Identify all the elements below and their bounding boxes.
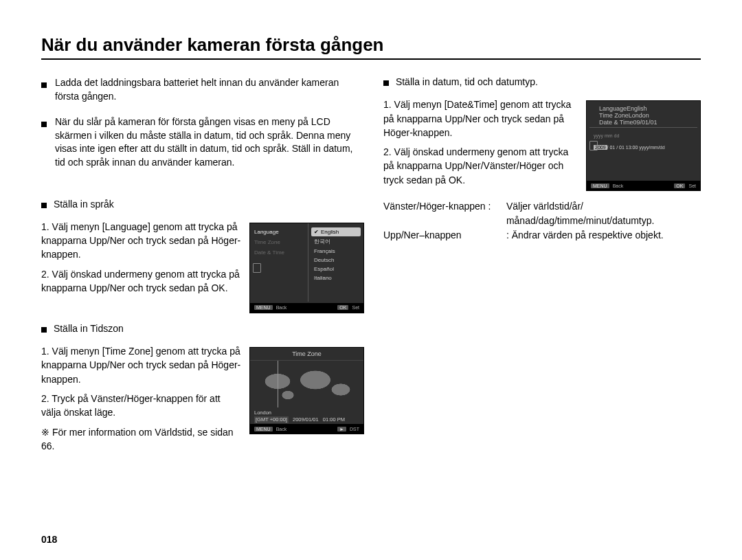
battery-icon — [253, 263, 260, 273]
bar-label: Back — [276, 427, 287, 432]
lcd-option: Deutsch — [311, 256, 361, 265]
manual-page: När du använder kameran första gången La… — [0, 0, 742, 560]
lcd-option: Italiano — [311, 273, 361, 282]
title-underline — [41, 58, 701, 60]
lcd-menu-item: Date & Time — [599, 119, 633, 126]
lcd-menu-item: Time Zone — [254, 239, 304, 245]
lcd-option: Español — [311, 265, 361, 273]
lcd-menu-value: 09/01/01 — [633, 119, 657, 126]
section-heading-language: Ställa in språk — [41, 199, 364, 210]
step-text: 1. Välj menyn [Date&Time] genom att tryc… — [383, 98, 579, 139]
key-value-block: Vänster/Höger-knappen : Väljer världstid… — [383, 199, 701, 243]
lcd-gmt: [GMT +00:00] — [254, 416, 289, 423]
lcd-rest: / 01 / 01 13:00 yyyy/mm/dd — [607, 145, 665, 150]
lcd-bottom-bar: MENUBack OKSet — [587, 181, 700, 190]
timezone-steps: 1. Välj menyn [Time Zone] genom att tryc… — [41, 344, 243, 458]
intro-text: När du slår på kameran för första gången… — [55, 115, 364, 169]
lcd-time: 01:00 PM — [323, 416, 345, 423]
lcd-option-selected: English — [311, 227, 361, 236]
world-map-icon — [250, 361, 363, 407]
bar-label: Set — [352, 305, 359, 310]
section-title: Ställa in språk — [54, 199, 114, 210]
ok-button-icon: OK — [674, 183, 685, 188]
bar-label: Back — [276, 305, 287, 310]
lcd-tz-info: London [GMT +00:00] 2009/01/01 01:00 PM — [250, 407, 363, 425]
note-text: ※ För mer information om Världstid, se s… — [41, 425, 243, 453]
language-row: 1. Välj menyn [Language] genom att tryck… — [41, 220, 364, 313]
lcd-bottom-bar: MENUBack OKSet — [250, 303, 363, 313]
lcd-menu-item: Date & Time — [254, 249, 304, 256]
menu-button-icon: MENU — [254, 305, 273, 310]
lcd-timezone-screenshot: Time Zone London [GMT +00:00] 2009/01/01… — [249, 347, 364, 434]
left-column: Ladda det laddningsbara batteriet helt i… — [41, 76, 364, 458]
lcd-option: 한국어 — [311, 236, 361, 247]
step-text: 1. Välj menyn [Time Zone] genom att tryc… — [41, 344, 243, 386]
section-heading-timezone: Ställa in Tidszon — [41, 323, 364, 335]
lcd-datetime-screenshot: LanguageEnglish Time ZoneLondon Date & T… — [586, 100, 701, 191]
section-title: Ställa in Tidszon — [54, 323, 124, 334]
lcd-date: 2009/01/01 — [293, 416, 319, 423]
section-heading-datetime: Ställa in datum, tid och datumtyp. — [383, 76, 701, 88]
kv-key: Upp/Ner–knappen — [383, 228, 504, 243]
square-bullet-icon — [41, 78, 51, 103]
page-title: När du använder kameran första gången — [41, 34, 701, 56]
battery-icon — [589, 141, 596, 150]
lcd-menu-item: Language — [254, 229, 304, 235]
datetime-steps: 1. Välj menyn [Date&Time] genom att tryc… — [383, 98, 579, 192]
lcd-menu-item: Time Zone — [599, 112, 629, 119]
square-bullet-icon — [41, 324, 47, 335]
bar-label: DST — [350, 427, 359, 432]
lcd-option: Français — [311, 247, 361, 256]
square-bullet-icon — [41, 199, 47, 210]
kv-key: Vänster/Höger-knappen : — [383, 199, 504, 214]
lcd-menu-value: London — [629, 112, 649, 119]
lcd-format-hint: yyyy mm dd — [594, 133, 693, 138]
ok-button-icon: OK — [337, 305, 348, 310]
intro-bullet-2: När du slår på kameran för första gången… — [41, 115, 364, 169]
kv-value: : Ändrar värden på respektive objekt. — [506, 228, 699, 243]
page-number: 018 — [41, 534, 57, 545]
menu-button-icon: MENU — [254, 427, 273, 432]
datetime-row: 1. Välj menyn [Date&Time] genom att tryc… — [383, 98, 701, 192]
content-columns: Ladda det laddningsbara batteriet helt i… — [41, 76, 701, 458]
lcd-title: Time Zone — [250, 348, 363, 361]
intro-text: Ladda det laddningsbara batteriet helt i… — [55, 76, 364, 103]
section-title: Ställa in datum, tid och datumtyp. — [396, 76, 538, 87]
step-text: 2. Välj önskad undermeny genom att tryck… — [41, 267, 243, 295]
lcd-city: London — [254, 410, 359, 416]
bar-label: Back — [613, 183, 624, 188]
lcd-date-values: 2009/ 01 / 01 13:00 yyyy/mm/dd — [594, 145, 693, 150]
step-text: 1. Välj menyn [Language] genom att tryck… — [41, 220, 243, 262]
kv-value: Väljer världstid/år/ månad/dag/timme/min… — [506, 199, 699, 228]
right-column: Ställa in datum, tid och datumtyp. 1. Vä… — [383, 76, 701, 458]
square-bullet-icon — [41, 117, 51, 169]
play-button-icon: ► — [337, 427, 346, 432]
step-text: 2. Tryck på Vänster/Höger-knappen för at… — [41, 392, 243, 420]
language-steps: 1. Välj menyn [Language] genom att tryck… — [41, 220, 243, 300]
step-text: 2. Välj önskad undermeny genom att tryck… — [383, 145, 579, 187]
square-bullet-icon — [383, 77, 389, 88]
timezone-row: 1. Välj menyn [Time Zone] genom att tryc… — [41, 344, 364, 458]
lcd-menu-item: Language — [599, 105, 627, 112]
intro-bullet-1: Ladda det laddningsbara batteriet helt i… — [41, 76, 364, 103]
bar-label: Set — [688, 183, 696, 188]
lcd-bottom-bar: MENUBack ►DST — [250, 424, 363, 434]
lcd-language-screenshot: Language Time Zone Date & Time English 한… — [249, 223, 364, 313]
menu-button-icon: MENU — [591, 183, 609, 188]
lcd-menu-value: English — [627, 105, 647, 112]
